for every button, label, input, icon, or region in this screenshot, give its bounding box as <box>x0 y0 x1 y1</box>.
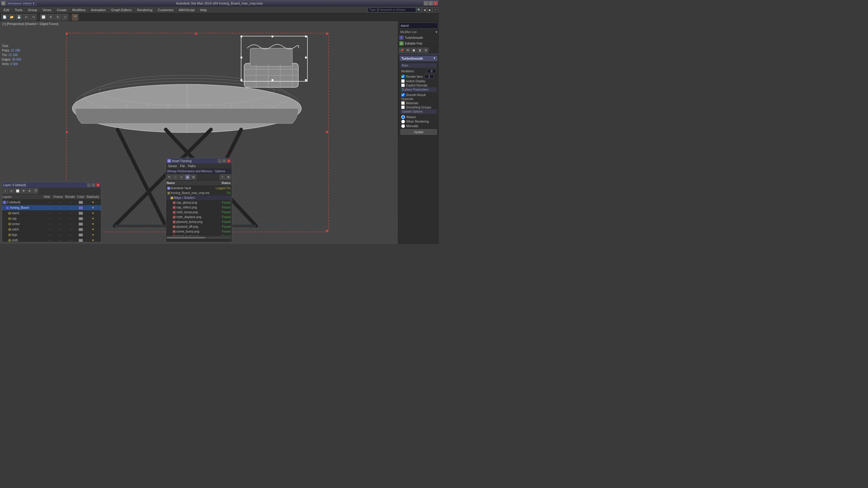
ts-materials-checkbox[interactable] <box>401 101 405 105</box>
asset-list-btn[interactable]: ≡ <box>179 174 184 180</box>
asset-menu-paths[interactable]: Paths <box>187 164 197 168</box>
layers-render-all-btn[interactable]: 🎬 <box>33 188 38 194</box>
asset-settings-btn[interactable]: ⚙ <box>226 174 231 180</box>
ts-update-button[interactable]: Update <box>401 129 437 135</box>
asset-stand-bump-name: P stand_bump.png <box>167 235 210 236</box>
menu-graph-editors[interactable]: Graph Editors <box>109 7 134 12</box>
asset-row-plywood-bump[interactable]: P plywood_bump.png Found <box>166 220 232 224</box>
asset-detail-btn[interactable]: ⊞ <box>191 174 196 180</box>
select-btn[interactable]: ⬜ <box>40 14 47 21</box>
ts-manually-radio[interactable] <box>401 124 405 128</box>
make-unique-btn[interactable]: ⬟ <box>411 47 416 53</box>
layers-delete-btn[interactable]: ✕ <box>9 188 14 194</box>
minimize-button[interactable]: – <box>424 1 428 5</box>
ts-when-rendering-radio[interactable] <box>401 120 405 124</box>
menu-edit[interactable]: Edit <box>1 7 12 12</box>
layer-row-ironing-board[interactable]: L Ironing_Board — — — ☀ <box>2 205 101 210</box>
layers-hide-all-btn[interactable]: 👁 <box>21 188 26 194</box>
asset-row-cloth-bump[interactable]: P cloth_bump.png Found <box>166 210 232 215</box>
move-btn[interactable]: ✛ <box>47 14 54 21</box>
asset-row-stand-bump[interactable]: P stand_bump.png Found <box>166 234 232 236</box>
layers-add-btn[interactable]: + <box>3 188 8 194</box>
menu-animation[interactable]: Animation <box>89 7 108 12</box>
ts-iterations-input[interactable] <box>427 69 436 73</box>
search-prev[interactable]: ◀ <box>422 7 427 12</box>
asset-row-cap-reflect[interactable]: P cap_reflect.png Found <box>166 205 232 210</box>
new-btn[interactable]: 📄 <box>1 14 8 21</box>
search-next[interactable]: ▶ <box>427 7 432 12</box>
menu-customize[interactable]: Customize <box>156 7 176 12</box>
asset-menu-server[interactable]: Server <box>167 164 178 168</box>
menu-tools[interactable]: Tools <box>12 7 25 12</box>
object-name-field[interactable] <box>399 23 438 29</box>
layers-freeze-all-btn[interactable]: ❄ <box>27 188 32 194</box>
ts-always-radio[interactable] <box>401 115 405 119</box>
ts-isoline-checkbox[interactable] <box>401 79 405 83</box>
workspace-dropdown[interactable]: Workspace: Default ▼ <box>6 1 36 6</box>
layers-minimize-btn[interactable]: _ <box>87 183 91 187</box>
scale-btn[interactable]: ⤢ <box>62 14 68 21</box>
layers-new-btn[interactable]: ⬜ <box>15 188 20 194</box>
layer-render-default: — <box>66 201 76 204</box>
asset-grid-btn[interactable]: ▦ <box>185 174 190 180</box>
modifier-turbosmooth[interactable]: T TurboSmooth <box>398 35 439 41</box>
menu-help[interactable]: Help <box>198 7 210 12</box>
ts-render-iters-checkbox[interactable] <box>401 75 405 78</box>
asset-refresh-btn[interactable]: ↻ <box>167 174 172 180</box>
undo-btn[interactable]: ↩ <box>23 14 30 21</box>
menu-views[interactable]: Views <box>40 7 54 12</box>
remove-modifier-btn[interactable]: 🗑 <box>417 47 423 53</box>
menu-maxscript[interactable]: MAXScript <box>177 7 197 12</box>
ts-collapse-btn[interactable]: ▼ <box>433 57 436 60</box>
layer-row-legs[interactable]: legs — — — ☀ <box>2 232 101 238</box>
redo-btn[interactable]: ↪ <box>30 14 37 21</box>
layer-row-catch[interactable]: catch — — — ☀ <box>2 227 101 232</box>
layer-row-cloth[interactable]: cloth — — — ☀ <box>2 238 101 242</box>
close-button[interactable]: ✕ <box>433 1 438 5</box>
render-btn[interactable]: 🎬 <box>72 14 79 21</box>
asset-help-btn[interactable]: ? <box>220 174 225 180</box>
asset-row-cloth-displace[interactable]: P cloth_displace.png Found <box>166 215 232 220</box>
modifier-editable-poly[interactable]: E Editable Poly <box>398 41 439 46</box>
ts-render-iters-input[interactable] <box>425 74 434 78</box>
open-btn[interactable]: 📂 <box>8 14 15 21</box>
search-button[interactable]: 🔍 <box>416 7 421 12</box>
show-end-result-btn[interactable]: 👁 <box>405 47 410 53</box>
layers-restore-btn[interactable]: □ <box>92 183 95 187</box>
layers-close-btn[interactable]: ✕ <box>96 183 100 187</box>
asset-row-maps-folder[interactable]: 📁 Maps / Shaders <box>166 195 232 200</box>
layer-row-stand[interactable]: stand — — — ☀ <box>2 210 101 216</box>
layer-row-screw[interactable]: screw — — — ☀ <box>2 221 101 227</box>
search-input[interactable] <box>368 7 416 12</box>
search-options[interactable]: ? <box>433 7 438 12</box>
menu-modifiers[interactable]: Modifiers <box>70 7 88 12</box>
asset-menu-file[interactable]: File <box>179 164 186 168</box>
pin-stack-btn[interactable]: 📌 <box>399 47 404 53</box>
maximize-button[interactable]: □ <box>429 1 433 5</box>
asset-add-btn[interactable]: □ <box>173 174 178 180</box>
asset-row-plywood-dff[interactable]: P plywood_dff.png Found <box>166 224 232 229</box>
asset-minimize-btn[interactable]: _ <box>218 159 221 163</box>
ts-smooth-result-checkbox[interactable] <box>401 93 405 97</box>
svg-rect-62 <box>66 33 68 35</box>
modifier-dropdown-btn[interactable]: ▼ <box>435 30 438 34</box>
asset-restore-btn[interactable]: □ <box>222 159 226 163</box>
asset-row-screw-bump[interactable]: P screw_bump.png Found <box>166 229 232 234</box>
rotate-btn[interactable]: ↻ <box>55 14 61 21</box>
col-render-label: Render <box>64 195 76 198</box>
asset-row-main-file[interactable]: F Ironing_Board_max_vray.max Ok <box>166 191 232 195</box>
layer-row-default[interactable]: L 0 (default) — — — ☀ <box>2 200 101 205</box>
asset-row-cap-glossy[interactable]: P cap_glossy.png Found <box>166 200 232 205</box>
menu-rendering[interactable]: Rendering <box>135 7 155 12</box>
menu-create[interactable]: Create <box>54 7 69 12</box>
asset-row-vault[interactable]: V Autodesk Vault Logged Ou <box>166 186 232 191</box>
save-btn[interactable]: 💾 <box>16 14 22 21</box>
menu-group[interactable]: Group <box>26 7 40 12</box>
configure-modifier-btn[interactable]: ⚙ <box>423 47 429 53</box>
asset-close-btn[interactable]: ✕ <box>227 159 230 163</box>
asset-scrollthumb[interactable] <box>167 237 205 238</box>
menubar: Edit Tools Group Views Create Modifiers … <box>0 7 439 13</box>
ts-explicit-normals-checkbox[interactable] <box>401 84 405 87</box>
layer-row-cap[interactable]: cap — — — ☀ <box>2 216 101 221</box>
ts-smoothing-groups-checkbox[interactable] <box>401 105 405 109</box>
